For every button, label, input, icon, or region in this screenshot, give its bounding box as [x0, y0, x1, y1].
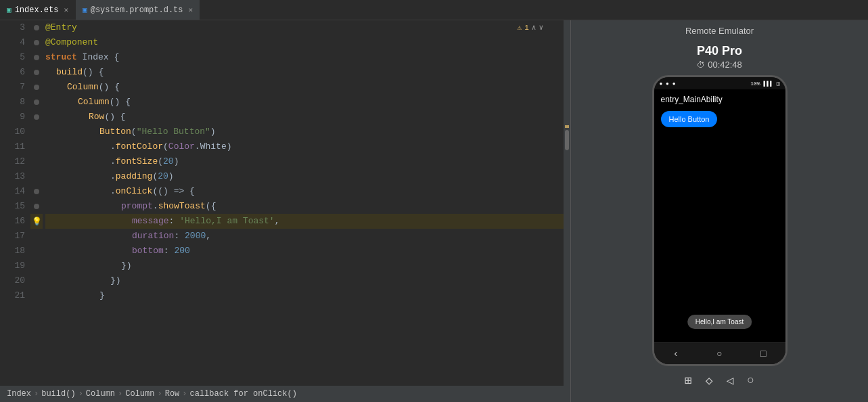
toast-message: Hello,I am Toast — [687, 315, 752, 329]
code-line-4: @Component — [45, 35, 564, 50]
code-line-3: @Entry ⚠ 1 ∧ ∨ — [45, 20, 564, 35]
device-time: ⏱ 00:42:48 — [697, 60, 742, 70]
code-line-5: struct Index { — [45, 50, 564, 65]
code-line-6: build() { — [45, 65, 564, 80]
tab-label-system: @system.prompt.d.ts — [91, 5, 183, 15]
code-line-18: bottom: 200 — [45, 244, 564, 259]
line-numbers: 3 4 5 6 7 8 9 10 11 12 13 14 15 16 17 18… — [0, 20, 30, 386]
nav-up-icon[interactable]: ∧ — [532, 20, 536, 35]
warning-count: 1 — [524, 20, 529, 35]
device-name: P40 Pro — [697, 44, 742, 58]
nav-down-icon[interactable]: ∨ — [539, 20, 543, 35]
code-line-15: prompt.showToast({ — [45, 199, 564, 214]
code-line-14: .onClick(() => { — [45, 184, 564, 199]
toolbar-back-btn[interactable]: ◁ — [727, 373, 734, 388]
status-left: ● ● ● — [660, 81, 676, 87]
code-line-9: Row() { — [45, 110, 564, 125]
phone-nav-bar: ‹ ○ □ — [654, 342, 785, 364]
toolbar-circle-btn[interactable]: ○ — [747, 374, 754, 387]
code-line-20: }) — [45, 273, 564, 288]
bottom-toolbar: ⊞ ◇ ◁ ○ — [685, 369, 754, 390]
emulator-title: Remote Emulator — [571, 20, 868, 39]
lightbulb-icon: 💡 — [32, 217, 42, 227]
home-btn-phone[interactable]: ○ — [716, 349, 722, 359]
phone-screen: entry_MainAbility Hello Button Hello,I a… — [654, 89, 785, 342]
warning-triangle-icon: ⚠ — [518, 20, 522, 35]
code-line-8: Column() { — [45, 95, 564, 110]
toolbar-diamond-btn[interactable]: ◇ — [706, 373, 713, 388]
tab-bar: ▣ index.ets ✕ ▣ @system.prompt.d.ts ✕ — [0, 0, 868, 20]
phone-status-bar: ● ● ● 10% ▌▌▌ ◫ — [654, 77, 785, 89]
code-line-13: .padding(20) — [45, 169, 564, 184]
code-content[interactable]: @Entry ⚠ 1 ∧ ∨ @Component struct Index { — [43, 20, 564, 386]
hello-button-emulator: Hello Button — [661, 111, 718, 127]
time-value: 00:42:48 — [708, 60, 742, 70]
code-line-16: message: 'Hello,I am Toast', — [45, 214, 564, 229]
ets-icon: ▣ — [7, 5, 12, 14]
scroll-marker — [565, 125, 569, 128]
device-info: P40 Pro ⏱ 00:42:48 — [697, 39, 742, 72]
code-line-12: .fontSize(20) — [45, 154, 564, 169]
breadcrumb-sep-3: › — [118, 389, 122, 399]
code-line-7: Column() { — [45, 80, 564, 95]
code-line-19: }) — [45, 259, 564, 273]
code-line-17: duration: 2000, — [45, 229, 564, 244]
emulator-panel: Remote Emulator P40 Pro ⏱ 00:42:48 ● ● ●… — [570, 20, 868, 402]
tab-close-system[interactable]: ✕ — [189, 5, 193, 14]
breadcrumb-sep-5: › — [182, 389, 187, 399]
breadcrumb-column1[interactable]: Column — [86, 389, 115, 399]
back-btn-phone[interactable]: ‹ — [673, 349, 679, 359]
breadcrumb-sep-4: › — [157, 389, 162, 399]
scrollbar[interactable] — [564, 20, 570, 386]
gutter: 💡 — [30, 20, 43, 386]
tab-label-index: index.ets — [15, 5, 59, 15]
main-area: 3 4 5 6 7 8 9 10 11 12 13 14 15 16 17 18… — [0, 20, 868, 402]
breadcrumb-build[interactable]: build() — [41, 389, 75, 399]
breadcrumb: Index › build() › Column › Column › Row … — [0, 386, 570, 402]
breadcrumb-column2[interactable]: Column — [125, 389, 154, 399]
code-line-11: .fontColor(Color.White) — [45, 139, 564, 154]
breadcrumb-sep-1: › — [34, 389, 39, 399]
tab-index-ets[interactable]: ▣ index.ets ✕ — [0, 0, 76, 20]
tab-system-prompt[interactable]: ▣ @system.prompt.d.ts ✕ — [76, 0, 200, 20]
breadcrumb-callback[interactable]: callback for onClick() — [190, 389, 297, 399]
code-editor[interactable]: 3 4 5 6 7 8 9 10 11 12 13 14 15 16 17 18… — [0, 20, 570, 386]
ts-icon: ▣ — [83, 5, 87, 14]
toolbar-screen-btn[interactable]: ⊞ — [685, 373, 692, 388]
scrollbar-thumb[interactable] — [565, 130, 569, 150]
clock-icon: ⏱ — [697, 60, 705, 70]
breadcrumb-row[interactable]: Row — [165, 389, 180, 399]
code-line-10: Button("Hello Button") — [45, 125, 564, 139]
recent-btn-phone[interactable]: □ — [760, 349, 766, 359]
app-header: entry_MainAbility — [654, 89, 785, 107]
editor-area: 3 4 5 6 7 8 9 10 11 12 13 14 15 16 17 18… — [0, 20, 570, 402]
breadcrumb-sep-2: › — [78, 389, 83, 399]
status-right: 10% ▌▌▌ ◫ — [750, 81, 779, 87]
phone-frame: ● ● ● 10% ▌▌▌ ◫ entry_MainAbility Hello … — [652, 75, 787, 366]
code-line-21: } — [45, 288, 564, 303]
tab-close-index[interactable]: ✕ — [64, 5, 68, 14]
breadcrumb-index[interactable]: Index — [7, 389, 31, 399]
